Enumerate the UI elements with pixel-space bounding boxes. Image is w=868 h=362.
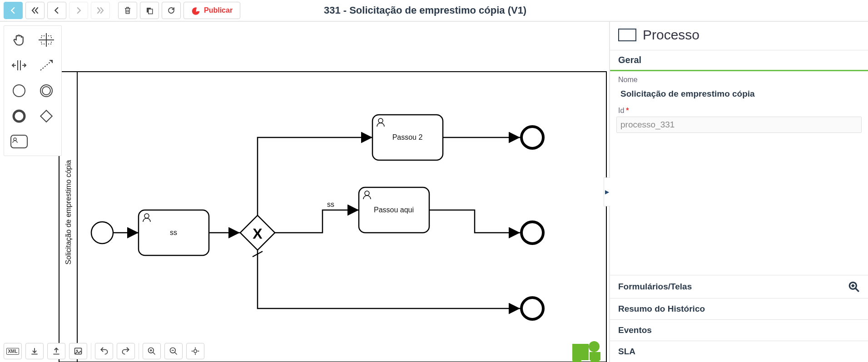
tool-user-task[interactable]: [7, 130, 31, 153]
task-passou-aqui[interactable]: Passou aqui: [359, 187, 429, 233]
magnify-plus-icon: [848, 281, 860, 293]
section-general[interactable]: Geral: [610, 50, 868, 71]
svg-point-9: [42, 87, 50, 95]
zoom-fit-button[interactable]: [186, 343, 204, 359]
panel-title: Processo: [643, 27, 699, 43]
tool-gateway[interactable]: [34, 105, 59, 127]
tool-empty: [34, 130, 59, 153]
svg-point-40: [521, 298, 543, 319]
lane-label: Solicitação de emprestimo cópia: [64, 160, 72, 264]
accordion-sla[interactable]: SLA: [610, 341, 868, 362]
properties-panel: ▶ Processo Geral Nome Solicitação de emp…: [609, 22, 868, 362]
svg-line-47: [855, 288, 859, 292]
accordion-forms[interactable]: Formulários/Telas: [610, 275, 868, 298]
nav-next-button[interactable]: [69, 2, 88, 19]
zoom-out-button[interactable]: [164, 343, 183, 359]
bottom-toolbar: XML: [4, 343, 204, 359]
svg-point-15: [76, 350, 78, 351]
publish-label: Publicar: [204, 6, 233, 15]
svg-point-30: [91, 222, 113, 244]
undo-button[interactable]: [95, 343, 113, 359]
top-toolbar: Publicar 331 - Solicitação de emprestimo…: [0, 0, 868, 22]
import-button[interactable]: [25, 343, 44, 359]
nav-first-button[interactable]: [25, 2, 45, 19]
svg-point-39: [521, 222, 543, 244]
svg-point-42: [589, 341, 600, 352]
accordion-history[interactable]: Resumo do Histórico: [610, 298, 868, 319]
refresh-button[interactable]: [162, 2, 181, 19]
start-event[interactable]: [91, 222, 113, 244]
task-ss-label: ss: [170, 229, 177, 236]
image-button[interactable]: [69, 343, 87, 359]
svg-point-13: [14, 138, 16, 141]
task-passou-aqui-label: Passou aqui: [374, 206, 414, 214]
svg-point-23: [194, 350, 197, 353]
redo-button[interactable]: [117, 343, 135, 359]
tool-end-event[interactable]: [7, 105, 31, 127]
id-label: Id*: [610, 102, 868, 117]
tool-palette: [4, 25, 62, 156]
canvas-area[interactable]: XML: [0, 22, 609, 362]
bpmn-diagram[interactable]: Solicitação de emprestimo cópia ss: [0, 22, 609, 362]
xml-button[interactable]: XML: [4, 343, 22, 359]
accordion-events[interactable]: Eventos: [610, 319, 868, 341]
svg-point-38: [521, 127, 543, 148]
end-event-3[interactable]: [521, 298, 543, 319]
tool-lasso[interactable]: [34, 29, 59, 51]
nav-prev-button[interactable]: [47, 2, 66, 19]
task-ss[interactable]: ss: [139, 210, 209, 255]
tool-hand[interactable]: [7, 29, 31, 51]
end-event-1[interactable]: [521, 127, 543, 148]
back-button[interactable]: [4, 2, 23, 19]
task-passou-2[interactable]: Passou 2: [372, 115, 443, 160]
delete-button[interactable]: [118, 2, 137, 19]
publish-button[interactable]: Publicar: [184, 2, 240, 19]
gateway-x-icon: X: [253, 225, 263, 242]
flow-default-label: ss: [327, 201, 334, 208]
logo-watermark-icon: [571, 341, 600, 362]
zoom-in-button[interactable]: [143, 343, 161, 359]
end-event-2[interactable]: [521, 222, 543, 244]
name-label: Nome: [610, 71, 868, 86]
svg-line-21: [175, 352, 177, 355]
svg-point-10: [14, 111, 25, 122]
name-field[interactable]: Solicitação de emprestimo cópia: [616, 86, 862, 102]
svg-rect-41: [572, 344, 589, 360]
process-icon: [618, 29, 636, 41]
task-passou-2-label: Passou 2: [392, 133, 423, 141]
id-field[interactable]: processo_331: [616, 117, 862, 133]
export-button[interactable]: [47, 343, 65, 359]
svg-point-7: [13, 85, 25, 97]
copy-button[interactable]: [140, 2, 159, 19]
tool-space-horizontal[interactable]: [7, 54, 31, 77]
svg-rect-11: [40, 110, 52, 122]
nav-last-button[interactable]: [91, 2, 110, 19]
svg-rect-1: [149, 9, 153, 14]
panel-collapse-handle[interactable]: ▶: [604, 177, 610, 206]
tool-intermediate-event[interactable]: [34, 79, 59, 102]
tool-start-event[interactable]: [7, 79, 31, 102]
required-star-icon: *: [626, 107, 629, 114]
tool-global-connect[interactable]: [34, 54, 59, 77]
page-title: 331 - Solicitação de emprestimo cópia (V…: [243, 5, 607, 16]
svg-line-17: [153, 352, 155, 355]
